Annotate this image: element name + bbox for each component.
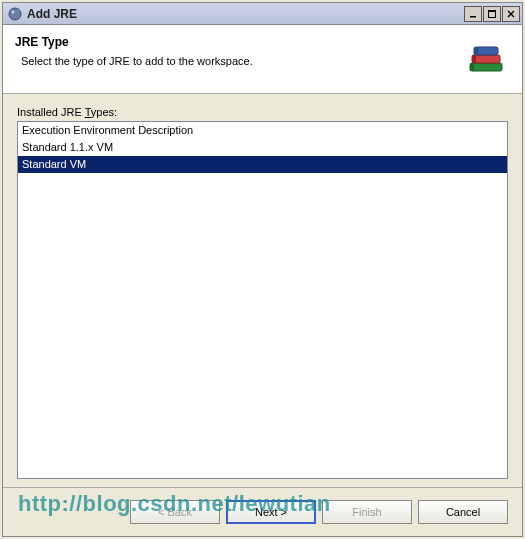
- window-title: Add JRE: [27, 7, 463, 21]
- maximize-button[interactable]: [483, 6, 501, 22]
- wizard-header: JRE Type Select the type of JRE to add t…: [3, 25, 522, 94]
- minimize-button[interactable]: [464, 6, 482, 22]
- list-label: Installed JRE Types:: [17, 106, 508, 118]
- finish-button[interactable]: Finish: [322, 500, 412, 524]
- svg-rect-4: [489, 10, 496, 12]
- back-button[interactable]: < Back: [130, 500, 220, 524]
- titlebar[interactable]: Add JRE: [3, 3, 522, 25]
- jre-types-listbox[interactable]: Execution Environment DescriptionStandar…: [17, 121, 508, 479]
- list-item[interactable]: Standard 1.1.x VM: [18, 139, 507, 156]
- wizard-title: JRE Type: [15, 35, 462, 49]
- svg-point-1: [12, 10, 15, 13]
- list-item[interactable]: Standard VM: [18, 156, 507, 173]
- dialog-window: Add JRE JRE Type Select the type of JRE …: [2, 2, 523, 537]
- wizard-body: Installed JRE Types: Execution Environme…: [3, 94, 522, 487]
- svg-rect-10: [474, 47, 478, 55]
- svg-rect-8: [472, 55, 476, 63]
- svg-rect-2: [470, 16, 476, 18]
- svg-rect-6: [470, 63, 474, 71]
- close-button[interactable]: [502, 6, 520, 22]
- app-icon: [7, 6, 23, 22]
- next-button[interactable]: Next >: [226, 500, 316, 524]
- list-item[interactable]: Execution Environment Description: [18, 122, 507, 139]
- cancel-button[interactable]: Cancel: [418, 500, 508, 524]
- svg-rect-7: [472, 55, 500, 63]
- svg-rect-5: [470, 63, 502, 71]
- window-controls: [463, 6, 520, 22]
- wizard-footer: < Back Next > Finish Cancel: [3, 487, 522, 536]
- svg-point-0: [9, 8, 21, 20]
- wizard-header-text: JRE Type Select the type of JRE to add t…: [15, 35, 462, 67]
- books-icon: [462, 35, 510, 83]
- wizard-subtitle: Select the type of JRE to add to the wor…: [21, 55, 462, 67]
